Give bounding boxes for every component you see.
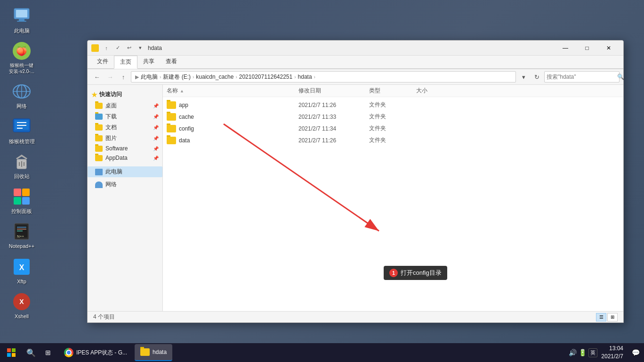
xftp-icon: X	[12, 257, 31, 276]
taskbar-tasklist[interactable]: ⊞	[40, 343, 56, 362]
desktop-icon-label: 猕猴桃管理	[9, 138, 35, 145]
col-header-date[interactable]: 修改日期	[298, 87, 369, 95]
path-drive[interactable]: 新建卷 (E:)	[163, 73, 191, 81]
file-date: 2021/2/7 11:26	[298, 137, 369, 144]
desktop-icon-peach-mgr[interactable]: 猕猴桃管理	[5, 115, 39, 147]
forward-button[interactable]: →	[105, 71, 116, 82]
table-row[interactable]: app 2021/2/7 11:26 文件夹	[163, 99, 623, 111]
recycle-icon	[12, 152, 31, 171]
tray-volume-icon: 🔋	[579, 349, 587, 356]
back-button[interactable]: ←	[91, 71, 103, 82]
sidebar-item-appdata[interactable]: AppData 📌	[88, 153, 162, 163]
pin-icon: 📌	[153, 156, 159, 161]
path-timestamp[interactable]: 20210207112642251	[239, 74, 292, 80]
quick-access-btn[interactable]: ↑	[102, 43, 111, 53]
taskbar-item-label: hdata	[153, 349, 167, 355]
ribbon-tab-home[interactable]: 主页	[114, 56, 137, 69]
path-kuaicdn[interactable]: kuaicdn_cache	[196, 74, 233, 80]
quick-access-header[interactable]: ★ 快速访问	[88, 89, 162, 100]
search-input[interactable]	[547, 74, 617, 80]
desktop-icon-peach[interactable]: 🍑 猕猴桃一键安装-v2.0-...	[5, 40, 39, 76]
taskbar-time[interactable]: 13:04 2021/2/7	[601, 345, 627, 361]
address-bar: ← → ↑ ▶ 此电脑 › 新建卷 (E:) › kuaicdn_cache ›…	[88, 69, 623, 85]
desktop-icon-label: 回收站	[14, 173, 30, 180]
desktop-icon-notepad[interactable]: N++ Notepad++	[5, 220, 39, 251]
path-arrow: ▶	[135, 74, 139, 80]
svg-rect-34	[7, 353, 11, 357]
desktop-icon-this-pc[interactable]: 此电脑	[5, 5, 39, 36]
table-row[interactable]: cache 2021/2/7 11:33 文件夹	[163, 111, 623, 123]
notification-button[interactable]: 💬	[627, 343, 644, 362]
sidebar-item-this-pc[interactable]: 此电脑	[88, 166, 162, 177]
address-right: ▾ ↻	[518, 71, 542, 82]
desktop-icon-network[interactable]: 网络	[5, 80, 39, 111]
explorer-window: ↑ ✓ ↩ ▾ hdata — □ ✕ 文件 主页 共享 查看	[87, 40, 624, 323]
pin-icon: 📌	[153, 125, 159, 130]
taskbar-item-chrome[interactable]: IPES APP状态 - G...	[58, 344, 133, 361]
file-name: cache	[179, 114, 298, 120]
col-header-name[interactable]: 名称 ▲	[167, 87, 298, 95]
taskbar-search[interactable]: 🔍	[23, 343, 40, 362]
taskbar: 🔍 ⊞ IPES APP状态 - G... hdata 🔊 🔋 英 13:04 …	[0, 343, 644, 362]
file-type: 文件夹	[369, 136, 416, 144]
file-name: app	[179, 102, 298, 108]
dropdown-btn[interactable]: ▾	[518, 71, 529, 82]
desktop-icon-control[interactable]: 控制面板	[5, 185, 39, 216]
col-header-type[interactable]: 类型	[369, 87, 416, 95]
folder-icon	[140, 348, 150, 356]
ribbon-tab-share[interactable]: 共享	[137, 56, 160, 68]
ribbon: 文件 主页 共享 查看	[88, 56, 623, 69]
sidebar-item-documents[interactable]: 文档 📌	[88, 122, 162, 133]
sidebar-item-downloads[interactable]: 下载 📌	[88, 111, 162, 122]
detail-view-button[interactable]: ☰	[596, 313, 606, 321]
col-header-size[interactable]: 大小	[416, 87, 463, 95]
start-button[interactable]	[0, 343, 23, 362]
folder-icon	[95, 103, 103, 109]
tray-lang[interactable]: 英	[588, 348, 597, 357]
sidebar-item-network[interactable]: 网络	[88, 179, 162, 190]
svg-rect-18	[14, 197, 21, 205]
path-hdata[interactable]: hdata	[298, 74, 312, 80]
desktop-icon-xshell[interactable]: X Xshell	[5, 290, 39, 321]
path-this-pc[interactable]: 此电脑	[141, 73, 158, 81]
folder-icon	[95, 155, 103, 161]
svg-rect-33	[12, 348, 16, 352]
refresh-btn[interactable]: ↻	[531, 71, 542, 82]
address-path[interactable]: ▶ 此电脑 › 新建卷 (E:) › kuaicdn_cache › 20210…	[131, 71, 516, 82]
desktop-icon-recycle[interactable]: 回收站	[5, 150, 39, 181]
quick-save-btn[interactable]: ✓	[113, 43, 122, 53]
folder-icon	[167, 113, 176, 121]
svg-rect-3	[17, 21, 26, 22]
icon-view-button[interactable]: ⊞	[607, 313, 618, 321]
maximize-button[interactable]: □	[576, 41, 598, 56]
search-box[interactable]: 🔍	[544, 71, 620, 82]
pin-icon: 📌	[153, 136, 159, 141]
sidebar-item-label: 图片	[105, 134, 117, 142]
table-row[interactable]: config 2021/2/7 11:34 文件夹	[163, 123, 623, 134]
sidebar-item-desktop[interactable]: 桌面 📌	[88, 100, 162, 111]
svg-text:🍑: 🍑	[16, 46, 27, 57]
sidebar-item-pictures[interactable]: 图片 📌	[88, 133, 162, 144]
table-row[interactable]: data 2021/2/7 11:26 文件夹	[163, 134, 623, 146]
column-headers: 名称 ▲ 修改日期 类型 大小	[163, 85, 623, 97]
window-controls: — □ ✕	[555, 41, 620, 56]
taskbar-item-explorer[interactable]: hdata	[135, 344, 172, 361]
quick-undo-btn[interactable]: ↩	[124, 43, 134, 53]
network-icon	[95, 181, 103, 188]
ribbon-tab-view[interactable]: 查看	[160, 56, 183, 68]
ribbon-tab-file[interactable]: 文件	[91, 56, 114, 68]
folder-icon	[167, 137, 176, 144]
file-type: 文件夹	[369, 101, 416, 109]
path-sep-2: ›	[193, 74, 194, 80]
quick-dropdown-btn[interactable]: ▾	[136, 43, 145, 53]
minimize-button[interactable]: —	[555, 41, 576, 56]
file-date: 2021/2/7 11:26	[298, 102, 369, 108]
sidebar-item-label: 文档	[105, 123, 117, 132]
pin-icon: 📌	[153, 146, 159, 151]
svg-rect-35	[12, 353, 16, 357]
up-button[interactable]: ↑	[118, 71, 129, 82]
date-display: 2021/2/7	[601, 353, 623, 361]
sidebar-item-software[interactable]: Software 📌	[88, 144, 162, 153]
close-button[interactable]: ✕	[598, 41, 620, 56]
desktop-icon-xftp[interactable]: X Xftp	[5, 255, 39, 287]
